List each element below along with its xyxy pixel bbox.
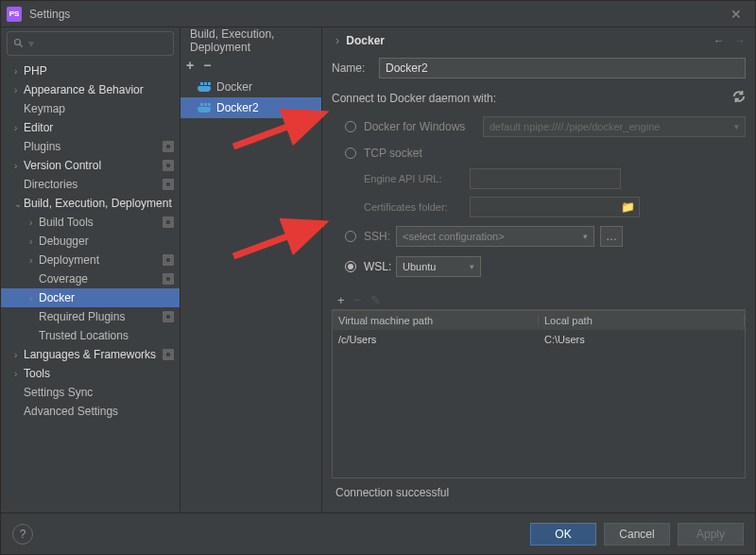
tree-item-label: Directories [24,178,159,191]
path-edit-button[interactable]: ✎ [370,293,381,307]
col-local: Local path [539,315,745,326]
tree-item-label: Editor [24,121,174,134]
path-toolbar: + − ✎ [332,291,746,310]
server-item-docker[interactable]: Docker [180,77,321,97]
sidebar-item-build-tools[interactable]: ›Build Tools [1,213,180,232]
remove-server-button[interactable]: − [203,58,211,73]
project-scope-icon [163,141,174,152]
server-toolbar: + − [180,54,321,77]
tree-item-label: Keymap [24,102,174,115]
breadcrumb-parent[interactable]: Build, Execution, Deployment [190,27,274,54]
tcp-cert-field[interactable] [470,197,640,217]
tree-item-label: Required Plugins [39,310,159,323]
svg-rect-3 [165,144,171,149]
help-button[interactable]: ? [12,524,33,545]
sidebar-item-deployment[interactable]: ›Deployment [1,251,180,269]
sidebar-item-coverage[interactable]: Coverage [1,269,180,288]
sidebar-item-settings-sync[interactable]: Settings Sync [1,383,180,402]
tcp-cert-label: Certificates folder: [364,201,470,213]
expand-icon: › [14,66,24,77]
col-vm: Virtual machine path [333,315,539,326]
sidebar-item-tools[interactable]: ›Tools [1,364,180,383]
tree-item-label: Appearance & Behavior [24,83,174,96]
add-server-button[interactable]: + [186,58,194,73]
tree-item-label: PHP [24,64,174,78]
project-scope-icon [163,254,174,266]
svg-rect-7 [165,182,171,187]
search-input[interactable]: ▾ [7,31,174,56]
refresh-icon[interactable] [732,90,746,106]
nav-back-icon[interactable]: ← [713,34,725,47]
app-icon: PS [7,7,22,22]
sidebar-item-directories[interactable]: Directories [1,175,180,194]
nav-forward-icon[interactable]: → [734,34,746,47]
expand-icon: › [14,123,24,133]
server-panel: Build, Execution, Deployment + − DockerD… [180,27,322,512]
sidebar-item-keymap[interactable]: Keymap [1,99,180,118]
tcp-cert-row: Certificates folder: 📁 [364,197,746,217]
path-add-button[interactable]: + [337,293,345,307]
sidebar-item-version-control[interactable]: ›Version Control [1,156,180,175]
ok-button[interactable]: OK [530,523,596,546]
breadcrumb-sep: › [335,34,339,47]
tcp-url-field[interactable] [470,168,621,189]
titlebar: PS Settings ✕ [1,1,755,27]
sidebar-item-advanced-settings[interactable]: Advanced Settings [1,402,180,421]
sidebar-item-required-plugins[interactable]: Required Plugins [1,307,180,326]
close-icon[interactable]: ✕ [723,7,749,22]
settings-tree[interactable]: ›PHP›Appearance & BehaviorKeymap›EditorP… [1,60,180,512]
sidebar-item-plugins[interactable]: Plugins [1,137,180,156]
cell-local-path: C:\Users [539,334,745,345]
sidebar-item-languages-frameworks[interactable]: ›Languages & Frameworks [1,345,180,364]
chevron-down-icon: ▾ [734,122,739,131]
wsl-combo[interactable]: Ubuntu ▾ [396,256,481,277]
tree-item-label: Advanced Settings [24,405,174,418]
cell-vm-path: /c/Users [333,334,539,345]
main-panel: › Docker ← → Name: Connect to Docker dae… [322,27,755,512]
project-scope-icon [163,217,174,228]
tree-item-label: Plugins [24,140,159,153]
name-field[interactable] [379,58,746,78]
tree-item-label: Version Control [24,159,159,172]
radio-docker-windows[interactable]: Docker for Windows default npipe:////./p… [345,116,746,137]
radio-ssh[interactable]: SSH: <select configuration> ▾ … [345,226,746,247]
tree-item-label: Coverage [39,272,159,286]
radio-wsl[interactable]: WSL: Ubuntu ▾ [345,256,746,277]
expand-icon: ⌄ [14,199,24,209]
table-row[interactable]: /c/UsersC:\Users [333,330,745,349]
project-scope-icon [163,160,174,171]
radio-tcp[interactable]: TCP socket [345,147,746,160]
path-remove-button[interactable]: − [354,293,362,307]
tree-item-label: Docker [39,291,174,304]
window-title: Settings [29,8,723,21]
docker-windows-combo[interactable]: default npipe:////./pipe/docker_engine ▾ [483,116,746,137]
svg-rect-9 [165,219,171,225]
folder-icon[interactable]: 📁 [621,200,634,214]
sidebar-item-docker[interactable]: ›Docker [1,288,180,307]
tree-item-label: Debugger [39,234,174,248]
search-icon [13,38,25,49]
project-scope-icon [163,349,174,360]
sidebar-item-editor[interactable]: ›Editor [1,118,180,137]
tree-item-label: Deployment [39,253,159,267]
tcp-url-row: Engine API URL: [364,168,746,189]
ssh-browse-button[interactable]: … [600,226,623,247]
cancel-button[interactable]: Cancel [604,523,670,546]
ssh-combo[interactable]: <select configuration> ▾ [396,226,594,247]
apply-button[interactable]: Apply [678,523,744,546]
server-item-label: Docker [216,80,252,94]
sidebar-item-trusted-locations[interactable]: Trusted Locations [1,326,180,345]
expand-icon: › [29,255,39,266]
server-list[interactable]: DockerDocker2 [180,77,321,512]
connect-label: Connect to Docker daemon with: [332,92,496,105]
sidebar-item-appearance-behavior[interactable]: ›Appearance & Behavior [1,80,180,99]
radio-label: SSH: [364,230,396,243]
project-scope-icon [163,273,174,285]
radio-label: Docker for Windows [364,120,477,133]
sidebar-item-php[interactable]: ›PHP [1,61,180,80]
path-table[interactable]: Virtual machine path Local path /c/Users… [332,310,746,478]
name-label: Name: [332,61,379,75]
server-item-docker2[interactable]: Docker2 [180,97,321,118]
sidebar-item-debugger[interactable]: ›Debugger [1,232,180,251]
sidebar-item-build-execution-deployment[interactable]: ⌄Build, Execution, Deployment [1,194,180,213]
